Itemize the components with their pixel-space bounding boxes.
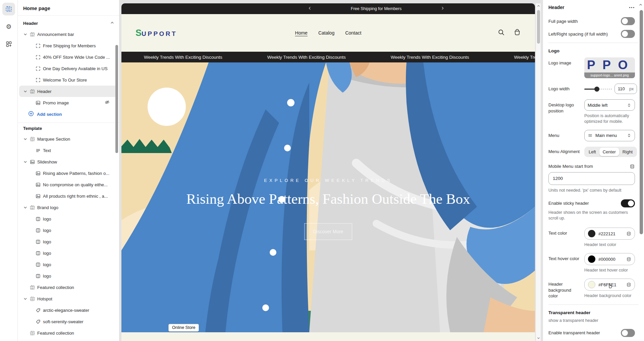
- collapse-chevron-up-icon[interactable]: [110, 20, 114, 26]
- sidebar-item-soft-serenity[interactable]: soft-serenity-sweater: [18, 316, 119, 327]
- lr-spacing-toggle[interactable]: [621, 30, 635, 38]
- announcement-next-icon[interactable]: [440, 6, 445, 12]
- section-icon: [30, 296, 35, 301]
- chevron-down-icon[interactable]: [22, 32, 28, 37]
- announcement-bar[interactable]: Free Shipping for Members: [121, 3, 535, 14]
- preview-scrollbar[interactable]: [536, 3, 541, 341]
- header-settings-panel: Header ••• Full page width Left/Right sp…: [543, 0, 644, 341]
- sidebar-item-one-day-delivery[interactable]: One Day Delivery Available in US: [18, 63, 119, 74]
- chevron-down-icon[interactable]: [22, 205, 28, 210]
- sidebar-item-slide-rising[interactable]: Rising above Patterns, fashion o...: [18, 167, 119, 179]
- sidebar-item-announcement-bar[interactable]: Announcement bar: [18, 29, 119, 40]
- sidebar-item-logo-6[interactable]: logo: [18, 270, 119, 282]
- sidebar-item-promo-image[interactable]: Promo image: [18, 97, 119, 108]
- sidebar-item-featured-collection-1[interactable]: Featured collection: [18, 282, 119, 293]
- scroll-down-icon[interactable]: [537, 336, 540, 340]
- menu-align-left[interactable]: Left: [585, 148, 599, 156]
- announcement-prev-icon[interactable]: [308, 6, 312, 12]
- discover-more-button[interactable]: Discover More: [304, 223, 352, 240]
- sidebar-scrollbar[interactable]: [115, 45, 118, 153]
- sidebar-item-text[interactable]: Text: [18, 145, 119, 156]
- slideshow-hero[interactable]: EXPLORE OUR WEEKLY TRENDS Rising Above P…: [121, 62, 535, 332]
- sidebar-item-logo-2[interactable]: logo: [18, 225, 119, 236]
- sticky-header-toggle[interactable]: [621, 199, 635, 207]
- chevron-down-icon[interactable]: [22, 89, 28, 94]
- chevron-down-icon[interactable]: [22, 137, 28, 141]
- sidebar-item-featured-collection-2[interactable]: Featured collection: [18, 327, 119, 339]
- hover-color-input[interactable]: #000000: [584, 253, 635, 265]
- mobile-menu-input-box[interactable]: [548, 172, 635, 185]
- section-icon: [30, 331, 35, 336]
- slide-icon: [35, 194, 41, 199]
- text-color-swatch[interactable]: [588, 230, 595, 237]
- sidebar-item-slideshow[interactable]: Slideshow: [18, 156, 119, 167]
- logo-image-thumbnail[interactable]: P P O support-logo... arent.png: [584, 57, 635, 78]
- sections-rail-button[interactable]: [2, 3, 15, 15]
- scroll-up-icon[interactable]: [537, 3, 540, 8]
- dynamic-source-icon[interactable]: [630, 164, 635, 169]
- panel-scroll-up-icon[interactable]: [639, 3, 643, 8]
- mobile-menu-input[interactable]: [553, 176, 631, 181]
- chevron-down-icon[interactable]: [22, 297, 28, 301]
- hover-color-swatch[interactable]: [588, 255, 595, 263]
- bg-color-swatch[interactable]: [588, 281, 595, 288]
- transparent-header-toggle[interactable]: [621, 329, 635, 337]
- sidebar-item-arctic-elegance[interactable]: arctic-elegance-sweater: [18, 304, 119, 316]
- mobile-menu-label: Mobile Menu start from: [548, 164, 593, 169]
- preview-scroll-thumb[interactable]: [537, 10, 540, 44]
- hidden-eye-icon[interactable]: [105, 100, 110, 106]
- full-page-width-toggle[interactable]: [621, 17, 635, 25]
- sidebar-item-marquee-section[interactable]: Marquee Section: [18, 133, 119, 145]
- cart-bag-icon[interactable]: [514, 29, 521, 37]
- desktop-logo-position-label: Desktop logo position: [548, 99, 581, 125]
- desktop-logo-position-help: Position is automatically optimized for …: [584, 113, 635, 125]
- nav-link-home[interactable]: Home: [295, 30, 308, 36]
- columns-icon: [35, 228, 41, 233]
- chevron-down-icon[interactable]: [22, 160, 28, 164]
- text-color-input[interactable]: #222121: [584, 228, 635, 240]
- logo-width-input-box[interactable]: px: [614, 84, 637, 94]
- panel-scrollbar[interactable]: [640, 10, 643, 234]
- transparent-toggle-label: Enable transparent header: [548, 330, 603, 335]
- logo-width-slider[interactable]: [584, 86, 612, 92]
- nav-link-contact[interactable]: Contact: [345, 30, 361, 36]
- more-options-icon[interactable]: •••: [629, 5, 635, 9]
- sidebar-item-logo-5[interactable]: logo: [18, 259, 119, 270]
- add-section-button[interactable]: Add section: [18, 108, 119, 120]
- search-icon[interactable]: [498, 29, 505, 37]
- marquee-text: Weekly Trends With Exciting Discounts: [144, 55, 222, 60]
- theme-settings-rail-button[interactable]: ⚙: [2, 20, 15, 33]
- dynamic-source-icon[interactable]: [626, 282, 631, 287]
- bg-color-input[interactable]: #F6F5E1: [584, 279, 635, 291]
- logo-width-input[interactable]: [618, 86, 629, 91]
- sidebar-item-slide-no-compromise[interactable]: No compromise on quality eithe...: [18, 179, 119, 190]
- sidebar-tree: Header Announcement bar Free Shipping fo…: [18, 16, 119, 341]
- logo-thumb-filename: support-logo... arent.png: [584, 72, 635, 78]
- sidebar-item-logo-4[interactable]: logo: [18, 247, 119, 259]
- store-preview-page: Free Shipping for Members SUPPORT Home C…: [121, 3, 535, 341]
- slider-knob[interactable]: [594, 87, 599, 92]
- dynamic-source-icon[interactable]: [626, 231, 631, 236]
- store-logo[interactable]: SUPPORT: [136, 28, 177, 38]
- sidebar-item-hotspot[interactable]: Hotspot: [18, 293, 119, 304]
- sidebar-item-logo-1[interactable]: logo: [18, 213, 119, 225]
- nav-link-catalog[interactable]: Catalog: [318, 30, 334, 36]
- sidebar-item-welcome[interactable]: Welcome To Our Store: [18, 74, 119, 86]
- mobile-menu-help: Units not needed. 'px' comes by default: [548, 188, 635, 193]
- menu-select[interactable]: Main menu: [584, 130, 635, 141]
- sidebar-item-slide-all-products[interactable]: All products right from ethnic , a...: [18, 190, 119, 202]
- menu-align-right[interactable]: Right: [619, 148, 636, 156]
- columns-icon: [35, 239, 41, 244]
- sidebar-item-logo-3[interactable]: logo: [18, 236, 119, 247]
- desktop-logo-position-select[interactable]: Middle left: [584, 99, 635, 111]
- sidebar-item-free-shipping[interactable]: Free Shipping for Members: [18, 40, 119, 51]
- gear-icon: ⚙: [6, 23, 11, 30]
- dynamic-source-icon[interactable]: [626, 257, 631, 262]
- sidebar-item-collections-category[interactable]: Collections category: [18, 339, 119, 341]
- sidebar-item-header[interactable]: Header: [19, 86, 118, 97]
- sidebar-item-brand-logo[interactable]: Brand logo: [18, 202, 119, 213]
- sidebar-item-40-off[interactable]: 40% OFF Store Wide Use Code ...: [18, 51, 119, 63]
- menu-align-center[interactable]: Center: [599, 148, 619, 156]
- section-icon: [30, 285, 35, 290]
- app-embeds-rail-button[interactable]: [2, 38, 15, 50]
